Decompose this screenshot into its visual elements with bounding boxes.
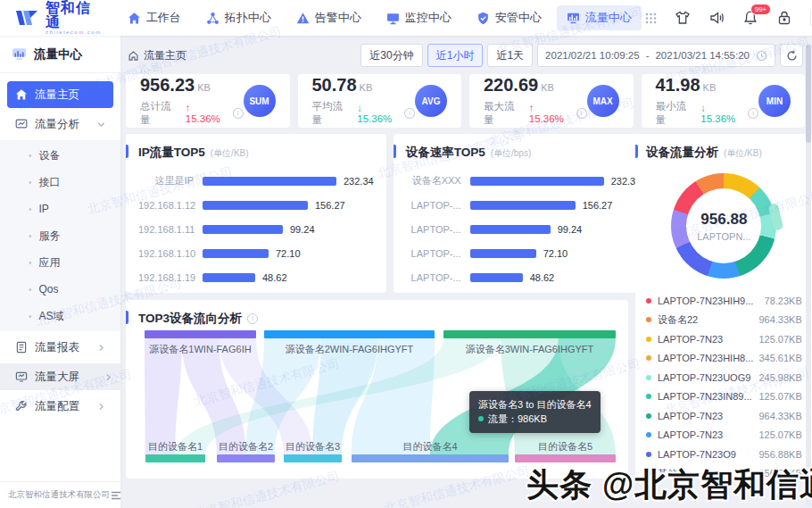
refresh-button[interactable]: [780, 44, 803, 67]
notifications-bell-icon[interactable]: 99+: [742, 10, 758, 26]
lock-icon[interactable]: [776, 10, 792, 26]
legend-color-dot: [646, 298, 651, 304]
sankey-source-bar-1[interactable]: [264, 330, 435, 338]
toolbar-controls: 近30分钟近1小时近1天 2021/02/21 10:09:25 - 2021/…: [360, 44, 803, 67]
sidebar-subitem-6[interactable]: AS域: [0, 303, 120, 329]
info-icon[interactable]: [404, 108, 415, 119]
info-icon[interactable]: [247, 313, 258, 324]
sankey-source-bar-2[interactable]: [443, 330, 616, 338]
bar[interactable]: [470, 225, 551, 234]
logo-icon: [14, 8, 39, 28]
theme-skin-icon[interactable]: [675, 10, 691, 26]
scrollbar[interactable]: [806, 43, 811, 506]
nav-item-1[interactable]: 拓扑中心: [196, 5, 281, 30]
sankey-flow-0[interactable]: [145, 338, 182, 454]
breadcrumb[interactable]: 流量主页: [128, 48, 186, 63]
nav-item-4[interactable]: 安管中心: [467, 5, 551, 30]
logo-subtitle: zhitelecom.com: [46, 29, 102, 35]
sidebar-subitem-4[interactable]: 应用: [0, 249, 120, 276]
bar[interactable]: [203, 249, 269, 258]
bar[interactable]: [203, 177, 336, 186]
donut-legend: LAPTOP-7N23HIH9...78.23KB设备名22964.33KBLA…: [646, 291, 802, 483]
sidebar-item-0[interactable]: 流量主页: [7, 81, 113, 108]
sidebar-submenu: 设备接口IP服务应用QosAS域: [0, 140, 120, 331]
legend-device-value: 78.23KB: [765, 296, 802, 306]
home-icon: [128, 50, 139, 62]
announcement-speaker-icon[interactable]: [708, 10, 725, 26]
date-range-picker[interactable]: 2021/02/21 10:09:25 - 2021/03/21 14:55:2…: [537, 44, 775, 67]
donut-center-label: LAPTOPN...: [697, 231, 750, 242]
bar[interactable]: [203, 273, 255, 282]
apps-grid-icon[interactable]: [645, 12, 657, 24]
screen-icon: [15, 371, 28, 383]
legend-row-3[interactable]: LAPTOP-7N23HIH8...345.61KB: [646, 349, 802, 369]
bar[interactable]: [203, 225, 283, 234]
bar[interactable]: [470, 201, 576, 210]
nav-item-3[interactable]: 监控中心: [377, 5, 461, 30]
legend-row-5[interactable]: LAPTOP-7N23IN89...125.07KB: [646, 387, 802, 407]
sankey-target-bar-4[interactable]: [515, 454, 616, 462]
flow-tooltip: 源设备名3 to 目的设备名4 流量：986KB: [469, 391, 601, 433]
sidebar-subitem-1[interactable]: 接口: [0, 169, 120, 196]
bar[interactable]: [203, 201, 308, 210]
sidebar-subitem-2[interactable]: IP: [0, 196, 120, 222]
bar-value: 72.10: [543, 248, 568, 259]
info-icon[interactable]: [233, 108, 244, 119]
scrollbar-thumb[interactable]: [806, 45, 811, 143]
legend-row-2[interactable]: LAPTOP-7N23125.07KB: [646, 329, 802, 349]
stat-value: 41.98KB: [656, 75, 759, 97]
legend-row-0[interactable]: LAPTOP-7N23HIH9...78.23KB: [646, 291, 802, 311]
nav-item-2[interactable]: 告警中心: [286, 5, 371, 30]
stat-cards-row: 956.23KB总计流量↑ 15.36%SUM50.78KB平均流量↓ 15.3…: [126, 74, 805, 128]
legend-device-name: LAPTOP-7N23: [658, 411, 753, 421]
legend-device-name: LAPTOP-7N23: [658, 334, 753, 345]
legend-device-name: LAPTOP-7N23HIH8...: [658, 353, 753, 363]
bar-category: 192.168.1.11: [138, 224, 203, 235]
sidebar-item-3[interactable]: 流量大屏: [0, 363, 120, 390]
stat-unit: KB: [541, 82, 554, 93]
donut-center-value: 956.88: [700, 211, 747, 229]
time-filter-2[interactable]: 近1天: [487, 44, 533, 67]
time-filter-1[interactable]: 近1小时: [427, 44, 484, 67]
stat-value: 220.69KB: [484, 75, 587, 97]
sidebar-subitem-3[interactable]: 服务: [0, 222, 120, 249]
sidebar-subitem-5[interactable]: Qos: [0, 276, 120, 303]
device-traffic-analysis-panel: 设备流量分析 (单位/KB) 956.88 LAPTOPN... LAPTOP-…: [635, 134, 812, 479]
sankey-target-bar-2[interactable]: [284, 454, 342, 462]
info-icon[interactable]: [748, 108, 758, 119]
info-icon[interactable]: [576, 108, 587, 119]
stat-badge: AVG: [415, 85, 447, 117]
legend-row-8[interactable]: LAPTOP-7N23O9956.88KB: [646, 445, 802, 464]
legend-device-name: LAPTOP-7N23IN89...: [658, 391, 753, 402]
sidebar-item-2[interactable]: 流量报表: [7, 334, 113, 361]
analysis-icon: [15, 118, 28, 130]
date-separator: -: [646, 50, 650, 61]
legend-color-dot: [646, 452, 651, 457]
nav-item-0[interactable]: 工作台: [118, 5, 191, 30]
legend-color-dot: [646, 394, 651, 399]
bar[interactable]: [470, 273, 523, 282]
legend-row-4[interactable]: LAPTOP-7N23UOG9245.98KB: [646, 368, 802, 387]
donut-chart[interactable]: 956.88 LAPTOPN...: [671, 173, 776, 279]
stat-badge: MAX: [587, 85, 619, 117]
legend-row-6[interactable]: LAPTOP-7N23964.33KB: [646, 406, 802, 426]
bar[interactable]: [470, 177, 604, 186]
app-logo[interactable]: 智和信通 zhitelecom.com: [0, 1, 111, 35]
legend-device-value: 345.61KB: [758, 353, 801, 363]
sidebar-subitem-0[interactable]: 设备: [0, 142, 120, 169]
time-filter-0[interactable]: 近30分钟: [360, 44, 422, 67]
sankey-target-bar-3[interactable]: [352, 454, 509, 462]
sidebar-item-1[interactable]: 流量分析: [7, 111, 113, 137]
card-title: 设备速率TOP5: [406, 145, 485, 161]
collapse-sidebar-icon[interactable]: [110, 489, 122, 502]
nav-item-5[interactable]: 流量中心: [557, 5, 642, 30]
legend-row-7[interactable]: LAPTOP-7N23125.07KB: [646, 426, 802, 446]
title-accent: [635, 145, 638, 158]
legend-row-1[interactable]: 设备名22964.33KB: [646, 311, 802, 330]
sankey-target-bar-0[interactable]: [145, 454, 205, 462]
sidebar-item-4[interactable]: 流量配置: [7, 393, 113, 420]
sankey-source-bar-0[interactable]: [145, 330, 256, 338]
sankey-target-bar-1[interactable]: [217, 454, 275, 462]
bar[interactable]: [470, 249, 536, 258]
sankey-target-label-4: 目的设备名5: [538, 441, 592, 452]
